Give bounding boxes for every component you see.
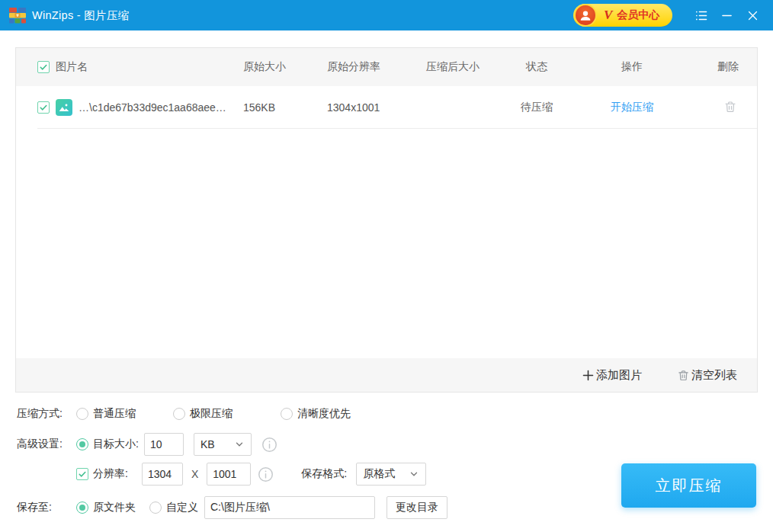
mode-clarity-option[interactable]: 清晰度优先 bbox=[281, 407, 351, 421]
member-center-label: 会员中心 bbox=[617, 8, 659, 22]
save-format-select[interactable]: 原格式 bbox=[356, 463, 426, 486]
file-resolution: 1304x1001 bbox=[327, 101, 426, 114]
mode-normal-option[interactable]: 普通压缩 bbox=[76, 407, 136, 421]
target-size-radio[interactable] bbox=[76, 438, 88, 450]
save-custom-option[interactable]: 自定义 bbox=[149, 501, 198, 514]
minimize-button[interactable] bbox=[714, 0, 739, 30]
member-avatar-icon bbox=[574, 4, 597, 27]
mode-extreme-label: 极限压缩 bbox=[190, 407, 233, 421]
status-text: 待压缩 bbox=[499, 101, 575, 114]
resolution-label: 分辨率: bbox=[93, 467, 128, 481]
file-list-panel: 图片名 原始大小 原始分辨率 压缩后大小 状态 操作 删除 …\c1de67b3… bbox=[15, 47, 758, 393]
plus-icon bbox=[582, 369, 595, 382]
row-checkbox[interactable] bbox=[37, 101, 50, 114]
target-size-info-icon[interactable] bbox=[261, 437, 277, 453]
save-original-folder-label: 原文件夹 bbox=[93, 501, 136, 514]
unit-value: KB bbox=[200, 438, 215, 450]
header-delete: 删除 bbox=[689, 60, 739, 74]
save-custom-label: 自定义 bbox=[166, 501, 198, 514]
menu-icon[interactable] bbox=[688, 0, 714, 30]
save-format-label: 保存格式: bbox=[301, 467, 347, 481]
target-size-input[interactable] bbox=[144, 433, 184, 456]
save-original-folder-radio[interactable] bbox=[76, 502, 88, 514]
mode-clarity-label: 清晰度优先 bbox=[297, 407, 351, 421]
header-status: 状态 bbox=[499, 60, 575, 74]
select-all-checkbox[interactable] bbox=[37, 61, 50, 73]
row-delete-trash-icon[interactable] bbox=[723, 100, 739, 115]
header-action: 操作 bbox=[575, 60, 689, 74]
resolution-checkbox[interactable] bbox=[76, 468, 88, 480]
mode-clarity-radio[interactable] bbox=[281, 408, 293, 420]
resolution-height-input[interactable] bbox=[207, 463, 251, 486]
save-custom-radio[interactable] bbox=[149, 502, 162, 514]
target-size-option[interactable]: 目标大小: bbox=[76, 437, 139, 451]
resolution-info-icon[interactable] bbox=[258, 466, 274, 482]
close-button[interactable] bbox=[739, 0, 765, 30]
target-size-label: 目标大小: bbox=[93, 437, 139, 451]
start-compress-link[interactable]: 开始压缩 bbox=[575, 101, 689, 114]
change-directory-button[interactable]: 更改目录 bbox=[386, 496, 447, 519]
save-to-label: 保存至: bbox=[17, 501, 76, 514]
save-format-value: 原格式 bbox=[363, 467, 395, 481]
chevron-down-icon bbox=[409, 469, 419, 479]
header-original-size: 原始大小 bbox=[243, 60, 327, 74]
header-original-resolution: 原始分辨率 bbox=[327, 60, 426, 74]
image-file-icon bbox=[56, 99, 72, 116]
mode-normal-label: 普通压缩 bbox=[93, 407, 136, 421]
file-name: …\c1de67b33d9ec1aa68aee… bbox=[79, 101, 226, 114]
list-header: 图片名 原始大小 原始分辨率 压缩后大小 状态 操作 删除 bbox=[16, 48, 757, 86]
resolution-width-input[interactable] bbox=[142, 463, 183, 486]
save-path-input[interactable] bbox=[204, 496, 375, 519]
mode-extreme-radio[interactable] bbox=[173, 408, 185, 420]
vip-v-icon: V bbox=[604, 8, 612, 23]
file-size: 156KB bbox=[243, 101, 327, 114]
clear-list-button[interactable]: 清空列表 bbox=[677, 368, 737, 383]
resolution-option[interactable]: 分辨率: bbox=[76, 467, 128, 481]
add-image-button[interactable]: 添加图片 bbox=[582, 368, 642, 383]
window-title: WinZips - 图片压缩 bbox=[32, 8, 129, 23]
compress-now-button[interactable]: 立即压缩 bbox=[621, 463, 756, 508]
table-row: …\c1de67b33d9ec1aa68aee… 156KB 1304x1001… bbox=[16, 86, 757, 129]
save-original-folder-option[interactable]: 原文件夹 bbox=[76, 501, 136, 514]
app-logo-icon bbox=[9, 7, 26, 24]
clear-list-label: 清空列表 bbox=[691, 368, 737, 383]
list-footer-bar: 添加图片 清空列表 bbox=[16, 358, 757, 392]
mode-normal-radio[interactable] bbox=[76, 408, 88, 420]
compress-mode-label: 压缩方式: bbox=[17, 407, 76, 421]
add-image-label: 添加图片 bbox=[596, 368, 642, 383]
chevron-down-icon bbox=[234, 439, 245, 450]
resolution-x-separator: X bbox=[191, 468, 198, 480]
clear-trash-icon bbox=[677, 369, 690, 382]
target-size-unit-select[interactable]: KB bbox=[194, 433, 252, 456]
advanced-settings-label: 高级设置: bbox=[17, 437, 76, 451]
member-center-button[interactable]: V 会员中心 bbox=[573, 4, 672, 27]
header-image-name: 图片名 bbox=[56, 60, 88, 74]
header-compressed-size: 压缩后大小 bbox=[426, 60, 499, 74]
mode-extreme-option[interactable]: 极限压缩 bbox=[173, 407, 233, 421]
titlebar: WinZips - 图片压缩 V 会员中心 bbox=[0, 0, 773, 30]
settings-area: 压缩方式: 普通压缩 极限压缩 清晰度优先 高级设置: 目标大小: KB bbox=[0, 393, 773, 532]
